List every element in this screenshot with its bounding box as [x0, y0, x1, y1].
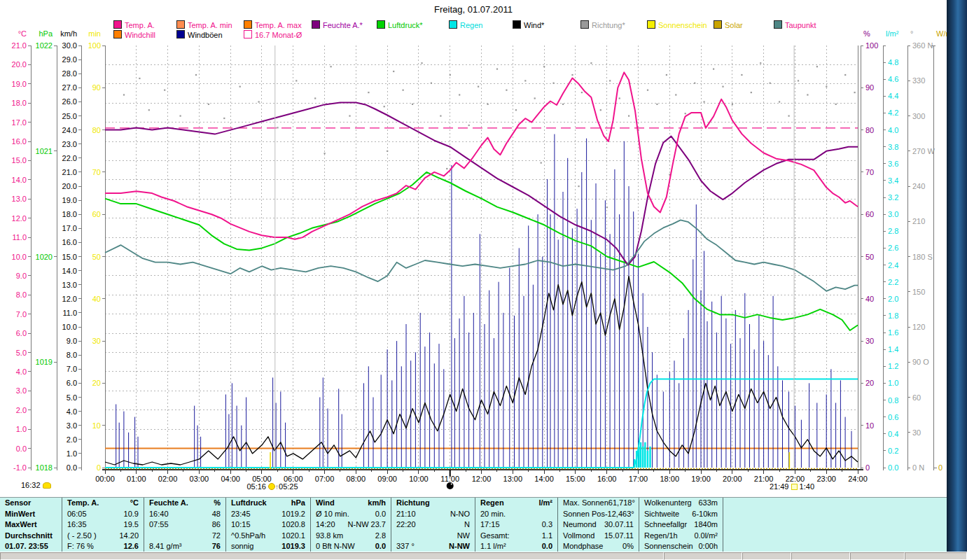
svg-text:90: 90 [865, 83, 874, 92]
y-axis-rain: 0.00.20.40.60.81.01.21.41.61.82.02.22.42… [883, 46, 898, 472]
cell-value: 0:00h [698, 541, 718, 552]
desktop-background-strip [947, 0, 967, 552]
svg-text:15:00: 15:00 [566, 475, 585, 483]
svg-text:4.0: 4.0 [16, 368, 27, 376]
svg-text:180 S: 180 S [912, 253, 933, 261]
svg-text:19:00: 19:00 [691, 475, 711, 483]
cell-value: 14.20 [119, 531, 139, 542]
svg-text:8.0: 8.0 [16, 290, 27, 299]
svg-text:2.0: 2.0 [16, 406, 27, 414]
svg-text:20.0: 20.0 [62, 182, 77, 190]
svg-text:27.0: 27.0 [62, 83, 77, 92]
cell-value: 0.0 [375, 541, 386, 552]
table-column: Windkm/hØ 10 min.0.014:20N-NW 23.793.8 k… [310, 498, 391, 552]
svg-text:10: 10 [92, 421, 101, 430]
svg-text:14.0: 14.0 [62, 267, 77, 275]
table-row: Windkm/h [311, 498, 391, 509]
cell-value: 0.0 [542, 541, 552, 552]
table-row: Sonnen Pos-12,463° [558, 509, 639, 520]
cell-label: 16:40 [149, 509, 169, 520]
moonset-time: 16:32 [21, 481, 41, 489]
svg-text:13.0: 13.0 [12, 195, 27, 203]
table-row: 72 [144, 531, 225, 542]
svg-text:17:00: 17:00 [629, 475, 648, 483]
svg-text:1.4: 1.4 [888, 345, 898, 354]
svg-text:17.0: 17.0 [12, 118, 27, 127]
cell-label: 22:20 [396, 519, 416, 531]
table-row: Schneefallgr1840m [639, 519, 723, 531]
status-segment [0, 552, 664, 560]
table-column: Regenl/m²20 min.17:150.3Gesamt:1.11.1 l/… [475, 498, 557, 552]
cell-value: 61,718° [608, 498, 635, 509]
svg-text:100: 100 [865, 41, 878, 50]
cell-value: 1840m [694, 519, 718, 531]
x-axis: 00:0001:0002:0003:0004:0005:0006:0007:00… [95, 470, 868, 483]
sensor-data-table: SensorMinWertMaxWertDurchschnitt01.07. 2… [0, 497, 947, 552]
weather-app-window: Freitag, 01.07.2011 Temp. A.Temp. A. min… [0, 0, 967, 560]
cell-label: 337 ° [396, 541, 415, 552]
svg-text:9.0: 9.0 [67, 337, 77, 345]
cell-value: -12,463° [605, 509, 634, 520]
svg-text:3.0: 3.0 [16, 386, 27, 395]
cell-label: Regen/1h [644, 531, 678, 542]
svg-text:0.2: 0.2 [888, 447, 898, 455]
svg-text:360 N: 360 N [912, 41, 933, 50]
table-row: 337 °N-NW [391, 541, 475, 552]
weather-chart[interactable]: -1.00.01.02.03.04.05.06.07.08.09.010.011… [0, 0, 967, 560]
cell-value: 2.8 [375, 531, 386, 542]
y-axis-humidity: 0102030405060708090100 [861, 41, 878, 472]
sunset-time: 21:49 [770, 482, 789, 491]
svg-text:7.0: 7.0 [16, 310, 27, 318]
y-axis-sunshine: 0102030405060708090100 [88, 41, 105, 472]
cell-label: 07:55 [149, 519, 169, 531]
table-row: 93.8 km2.8 [311, 531, 391, 542]
table-row: 20 min. [475, 509, 557, 520]
table-column: Max. Sonnen61,718°Sonnen Pos-12,463°Neum… [557, 498, 639, 552]
svg-text:1.8: 1.8 [888, 312, 898, 320]
table-row: Durchschnitt [0, 531, 62, 542]
svg-text:15.0: 15.0 [12, 156, 27, 164]
cell-label: Sonnen Pos [563, 509, 605, 520]
svg-text:5.0: 5.0 [67, 393, 77, 402]
cell-label: 1.1 l/m² [480, 541, 506, 552]
table-row: Mondphase0% [558, 541, 639, 552]
cell-label: ( - 2.50 ) [67, 531, 97, 542]
svg-text:00:00: 00:00 [95, 475, 115, 483]
svg-text:30: 30 [92, 337, 101, 345]
table-column [723, 498, 947, 552]
cell-label: 06:05 [67, 509, 87, 520]
cell-value: 6-10km [692, 509, 718, 520]
table-row: 8.41 g/m³76 [144, 541, 225, 552]
cell-value: % [214, 498, 221, 509]
cell-label: 20 min. [480, 509, 506, 520]
cell-value: 633m [698, 498, 718, 509]
svg-text:10.0: 10.0 [62, 323, 77, 331]
table-row: Sensor [0, 498, 62, 509]
svg-text:9.0: 9.0 [16, 272, 27, 280]
svg-text:4.8: 4.8 [888, 58, 898, 66]
cell-value: l/m² [538, 498, 552, 509]
cell-value: 1.1 [542, 531, 552, 542]
cell-label: Feuchte A. [149, 498, 188, 509]
svg-text:1018: 1018 [36, 463, 53, 472]
svg-text:1.6: 1.6 [888, 328, 898, 337]
svg-text:1.0: 1.0 [67, 449, 77, 458]
table-row: 1.1 l/m²0.0 [475, 541, 557, 552]
svg-text:4.6: 4.6 [888, 75, 898, 83]
table-row: Neumond30.07.11 [558, 519, 639, 531]
cell-value: 1019.2 [281, 509, 305, 520]
svg-text:240: 240 [912, 182, 925, 190]
table-row: 16:3519.5 [62, 519, 144, 531]
svg-text:2.8: 2.8 [888, 227, 898, 235]
table-row: 23:451019.2 [226, 509, 310, 520]
cell-value: °C [130, 498, 139, 509]
svg-text:40: 40 [92, 295, 101, 303]
svg-text:22.0: 22.0 [62, 154, 77, 162]
y-axis-direction: 0 N306090 O120150180 S210240270 W3003303… [907, 41, 935, 472]
table-row: 21:10N-NO [391, 509, 475, 520]
svg-text:03:00: 03:00 [190, 475, 209, 483]
svg-text:12:00: 12:00 [472, 475, 492, 483]
y-axis-temp: -1.00.01.02.03.04.05.06.07.08.09.010.011… [12, 41, 31, 472]
svg-text:2.4: 2.4 [888, 261, 898, 270]
svg-text:0.0: 0.0 [888, 463, 898, 472]
